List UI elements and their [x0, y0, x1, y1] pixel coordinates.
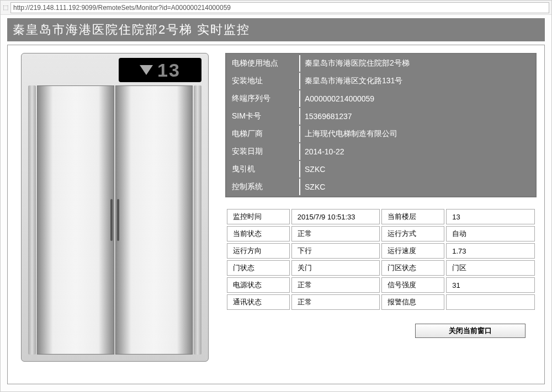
info-row: 控制系统SZKC	[227, 179, 534, 195]
close-window-button[interactable]: 关闭当前窗口	[415, 324, 526, 338]
status-value: 门区	[446, 260, 535, 276]
door-right	[115, 85, 193, 355]
status-label: 当前状态	[227, 226, 290, 241]
elevator-panel: 13	[15, 53, 214, 376]
door-handle-left	[110, 199, 113, 241]
info-value: 15369681237	[299, 108, 534, 125]
status-label: 电源状态	[227, 277, 290, 293]
status-value: 下行	[291, 243, 380, 259]
info-value: SZKC	[299, 179, 534, 195]
elevator-graphic: 13	[21, 53, 209, 362]
info-row: SIM卡号15369681237	[227, 108, 534, 125]
status-table: 监控时间2015/7/9 10:51:33当前楼层13当前状态正常运行方式自动运…	[225, 207, 537, 312]
status-value: 正常	[291, 294, 380, 310]
info-label: 安装日期	[227, 143, 299, 160]
info-label: 曳引机	[227, 161, 299, 178]
direction-down-icon	[140, 65, 153, 75]
floor-display-row: 13	[25, 57, 205, 85]
status-value: 31	[446, 277, 535, 293]
content-panel: 13 电梯使用地点秦皇岛市海港医院住院部2号梯安装地址秦皇岛市海港区文化路131…	[7, 45, 545, 384]
info-row: 电梯厂商上海现代电梯制造有限公司	[227, 126, 534, 142]
info-row: 终端序列号A000000214000059	[227, 90, 534, 107]
status-label: 运行方式	[381, 226, 444, 241]
info-value: 上海现代电梯制造有限公司	[299, 126, 534, 142]
status-row: 门状态关门门区状态门区	[227, 260, 535, 276]
status-row: 通讯状态正常报警信息	[227, 294, 535, 310]
status-label: 当前楼层	[381, 209, 444, 224]
info-label: 控制系统	[227, 179, 299, 195]
body-area: 秦皇岛市海港医院住院部2号梯 实时监控 13	[1, 15, 551, 391]
info-label: SIM卡号	[227, 108, 299, 125]
app-window: ⬚ http://219.148.111.192:9099/RemoteSets…	[0, 0, 552, 392]
info-value: 秦皇岛市海港区文化路131号	[299, 73, 534, 89]
url-input[interactable]: http://219.148.111.192:9099/RemoteSets/M…	[10, 2, 549, 13]
status-label: 门状态	[227, 260, 290, 276]
info-row: 电梯使用地点秦皇岛市海港医院住院部2号梯	[227, 55, 534, 72]
door-frame-right	[194, 85, 201, 355]
floor-display: 13	[119, 58, 201, 82]
address-bar: ⬚ http://219.148.111.192:9099/RemoteSets…	[1, 1, 551, 15]
status-value: 自动	[446, 226, 535, 241]
page-title: 秦皇岛市海港医院住院部2号梯 实时监控	[7, 18, 545, 41]
info-value: SZKC	[299, 161, 534, 178]
info-value: A000000214000059	[299, 90, 534, 107]
status-value: 正常	[291, 226, 380, 241]
status-label: 监控时间	[227, 209, 290, 224]
info-label: 安装地址	[227, 73, 299, 89]
status-label: 报警信息	[381, 294, 444, 310]
status-row: 监控时间2015/7/9 10:51:33当前楼层13	[227, 209, 535, 224]
info-value: 秦皇岛市海港医院住院部2号梯	[299, 55, 534, 72]
door-handle-right	[117, 199, 119, 241]
info-value: 2014-10-22	[299, 143, 534, 160]
status-row: 运行方向下行运行速度1.73	[227, 243, 535, 259]
info-row: 安装地址秦皇岛市海港区文化路131号	[227, 73, 534, 89]
status-value: 正常	[291, 277, 380, 293]
floor-number: 13	[157, 60, 181, 81]
status-label: 运行方向	[227, 243, 290, 259]
url-prefix-icon: ⬚	[3, 4, 8, 11]
info-label: 终端序列号	[227, 90, 299, 107]
status-row: 电源状态正常信号强度31	[227, 277, 535, 293]
info-row: 安装日期2014-10-22	[227, 143, 534, 160]
info-panel: 电梯使用地点秦皇岛市海港医院住院部2号梯安装地址秦皇岛市海港区文化路131号终端…	[225, 53, 537, 376]
status-value: 2015/7/9 10:51:33	[291, 209, 380, 224]
status-value	[446, 294, 535, 310]
elevator-doors	[25, 85, 205, 358]
status-label: 通讯状态	[227, 294, 290, 310]
status-row: 当前状态正常运行方式自动	[227, 226, 535, 241]
button-row: 关闭当前窗口	[225, 324, 537, 338]
status-value: 1.73	[446, 243, 535, 259]
status-value: 关门	[291, 260, 380, 276]
info-row: 曳引机SZKC	[227, 161, 534, 178]
elevator-info-table: 电梯使用地点秦皇岛市海港医院住院部2号梯安装地址秦皇岛市海港区文化路131号终端…	[225, 53, 537, 197]
status-label: 门区状态	[381, 260, 444, 276]
status-value: 13	[446, 209, 535, 224]
info-label: 电梯使用地点	[227, 55, 299, 72]
door-left	[37, 85, 114, 355]
info-label: 电梯厂商	[227, 126, 299, 142]
status-label: 信号强度	[381, 277, 444, 293]
status-label: 运行速度	[381, 243, 444, 259]
door-frame-left	[28, 85, 36, 355]
